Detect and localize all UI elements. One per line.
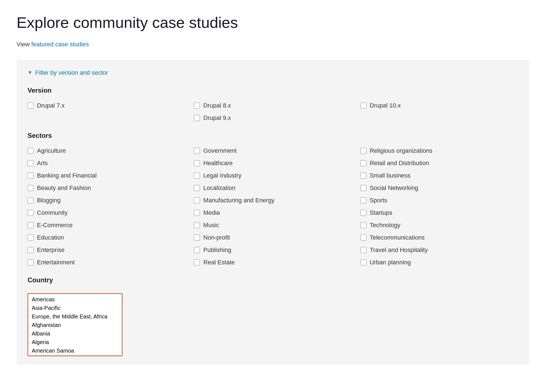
filter-section: ▼ Filter by version and sector Version D… xyxy=(17,60,529,364)
checkbox-input[interactable] xyxy=(360,247,366,253)
checkbox-item[interactable]: Urban planning xyxy=(360,258,518,267)
checkbox-label: Drupal 9.x xyxy=(203,113,231,122)
checkbox-input[interactable] xyxy=(194,160,200,166)
checkbox-item[interactable]: Religious organizations xyxy=(360,146,518,155)
country-option[interactable]: Algeria xyxy=(30,338,121,347)
checkbox-input[interactable] xyxy=(194,103,200,109)
checkbox-input[interactable] xyxy=(360,222,366,228)
checkbox-input[interactable] xyxy=(28,222,34,228)
checkbox-input[interactable] xyxy=(28,247,34,253)
checkbox-input[interactable] xyxy=(28,103,34,109)
checkbox-item[interactable]: Drupal 10.x xyxy=(360,101,518,110)
checkbox-input[interactable] xyxy=(28,160,34,166)
checkbox-item[interactable]: Localization xyxy=(194,183,352,192)
checkbox-input[interactable] xyxy=(28,173,34,179)
checkbox-input[interactable] xyxy=(360,197,366,203)
checkbox-input[interactable] xyxy=(360,185,366,191)
checkbox-input[interactable] xyxy=(28,148,34,154)
checkbox-item[interactable]: E-Commerce xyxy=(28,221,186,230)
checkbox-item[interactable]: Drupal 9.x xyxy=(194,113,352,122)
checkbox-input[interactable] xyxy=(360,160,366,166)
checkbox-item[interactable]: Enterprise xyxy=(28,245,186,254)
country-select[interactable]: AmericasAsia-PacificEurope, the Middle E… xyxy=(28,294,122,355)
checkbox-item[interactable]: Healthcare xyxy=(194,159,352,168)
country-option[interactable]: Afghanistan xyxy=(30,321,121,329)
checkbox-input[interactable] xyxy=(360,173,366,179)
checkbox-item[interactable]: Publishing xyxy=(194,245,352,254)
checkbox-item[interactable]: Telecommunications xyxy=(360,233,518,242)
checkbox-label: Media xyxy=(203,208,220,217)
checkbox-label: Drupal 8.x xyxy=(203,101,231,110)
checkbox-item[interactable]: Drupal 8.x xyxy=(194,101,352,110)
version-col-2: Drupal 8.xDrupal 9.x xyxy=(194,101,352,122)
sectors-col-1: AgricultureArtsBanking and FinancialBeau… xyxy=(28,146,186,267)
checkbox-input[interactable] xyxy=(360,259,366,265)
checkbox-input[interactable] xyxy=(194,210,200,216)
checkbox-item[interactable]: Small business xyxy=(360,171,518,180)
checkbox-input[interactable] xyxy=(360,235,366,241)
checkbox-input[interactable] xyxy=(194,247,200,253)
checkbox-input[interactable] xyxy=(194,185,200,191)
checkbox-input[interactable] xyxy=(194,115,200,121)
checkbox-item[interactable]: Travel and Hospitality xyxy=(360,245,518,254)
checkbox-item[interactable]: Real Estate xyxy=(194,258,352,267)
checkbox-item[interactable]: Music xyxy=(194,221,352,230)
country-option[interactable]: Europe, the Middle East, Africa xyxy=(30,312,121,321)
sectors-section: Sectors AgricultureArtsBanking and Finan… xyxy=(28,131,518,267)
checkbox-item[interactable]: Sports xyxy=(360,196,518,205)
checkbox-input[interactable] xyxy=(194,222,200,228)
checkbox-input[interactable] xyxy=(360,148,366,154)
checkbox-item[interactable]: Arts xyxy=(28,159,186,168)
checkbox-item[interactable]: Social Networking xyxy=(360,183,518,192)
sectors-col-2: GovernmentHealthcareLegal IndustryLocali… xyxy=(194,146,352,267)
checkbox-item[interactable]: Government xyxy=(194,146,352,155)
checkbox-input[interactable] xyxy=(360,103,366,109)
checkbox-input[interactable] xyxy=(194,148,200,154)
country-option[interactable]: Albania xyxy=(30,329,121,338)
version-col-3: Drupal 10.x xyxy=(360,101,518,122)
checkbox-input[interactable] xyxy=(28,185,34,191)
page-container: Explore community case studies View feat… xyxy=(0,0,546,375)
checkbox-item[interactable]: Education xyxy=(28,233,186,242)
checkbox-item[interactable]: Beauty and Fashion xyxy=(28,183,186,192)
checkbox-input[interactable] xyxy=(194,259,200,265)
checkbox-label: Drupal 7.x xyxy=(37,101,65,110)
filter-toggle-link[interactable]: Filter by version and sector xyxy=(35,68,108,77)
checkbox-item[interactable]: Agriculture xyxy=(28,146,186,155)
checkbox-item[interactable]: Media xyxy=(194,208,352,217)
checkbox-label: Education xyxy=(37,233,64,242)
featured-case-studies-link[interactable]: featured case studies xyxy=(31,41,89,48)
checkbox-input[interactable] xyxy=(28,210,34,216)
country-option[interactable]: Asia-Pacific xyxy=(30,304,121,312)
checkbox-input[interactable] xyxy=(28,197,34,203)
checkbox-item[interactable]: Startups xyxy=(360,208,518,217)
checkbox-item[interactable]: Non-profit xyxy=(194,233,352,242)
checkbox-label: Publishing xyxy=(203,245,231,254)
checkbox-input[interactable] xyxy=(28,259,34,265)
checkbox-item[interactable]: Manufacturing and Energy xyxy=(194,196,352,205)
checkbox-input[interactable] xyxy=(28,235,34,241)
checkbox-item[interactable]: Banking and Financial xyxy=(28,171,186,180)
country-label: Country xyxy=(28,275,518,285)
sectors-label: Sectors xyxy=(28,131,518,141)
checkbox-label: Arts xyxy=(37,159,48,168)
checkbox-label: Enterprise xyxy=(37,245,65,254)
sectors-col-3: Religious organizationsRetail and Distri… xyxy=(360,146,518,267)
country-option[interactable]: American Samoa xyxy=(30,347,121,355)
checkbox-input[interactable] xyxy=(360,210,366,216)
filter-arrow-icon: ▼ xyxy=(28,69,33,76)
checkbox-item[interactable]: Entertainment xyxy=(28,258,186,267)
checkbox-label: Legal Industry xyxy=(203,171,241,180)
checkbox-item[interactable]: Retail and Distribution xyxy=(360,159,518,168)
checkbox-input[interactable] xyxy=(194,197,200,203)
checkbox-input[interactable] xyxy=(194,173,200,179)
checkbox-item[interactable]: Technology xyxy=(360,221,518,230)
checkbox-item[interactable]: Blogging xyxy=(28,196,186,205)
checkbox-label: Telecommunications xyxy=(370,233,425,242)
checkbox-item[interactable]: Community xyxy=(28,208,186,217)
checkbox-input[interactable] xyxy=(194,235,200,241)
country-option[interactable]: Americas xyxy=(30,295,121,304)
checkbox-item[interactable]: Drupal 7.x xyxy=(28,101,186,110)
checkbox-item[interactable]: Legal Industry xyxy=(194,171,352,180)
sectors-columns: AgricultureArtsBanking and FinancialBeau… xyxy=(28,146,518,267)
